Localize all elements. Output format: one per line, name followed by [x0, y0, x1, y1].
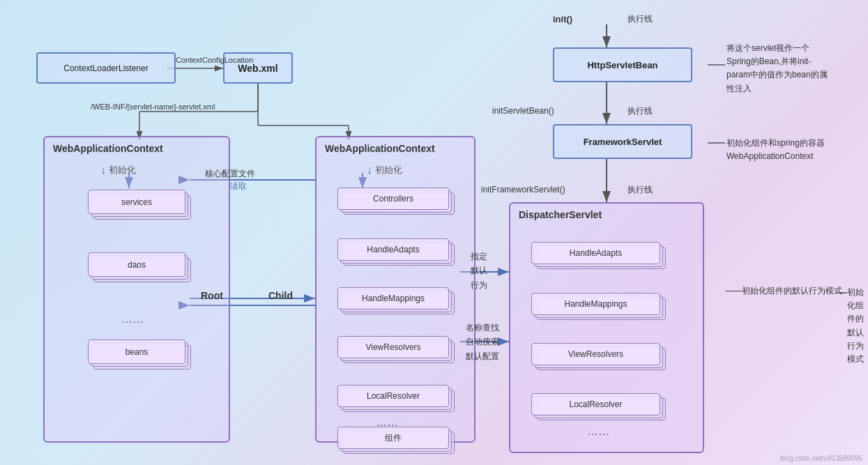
core-config-label: 核心配置文件	[205, 167, 255, 180]
http-servlet-bean-box: HttpServletBean	[553, 47, 692, 82]
http-servlet-bean-label: HttpServletBean	[587, 60, 657, 70]
left-wac-title: WebApplicationContext	[53, 143, 163, 154]
framework-servlet-label: FrameworkServlet	[584, 137, 662, 147]
webinf-path-label: /WEB-INF/[servlet-name]-servlet.xml	[91, 101, 215, 113]
framework-servlet-note: 初始化组件和spring的容器WebApplicationContext	[726, 137, 859, 163]
context-loader-listener-label: ContextLoaderListener	[63, 63, 148, 73]
right-handle-adapts-card: HandleAdapts	[531, 242, 664, 266]
init-label: init()	[553, 13, 572, 26]
middle-view-resolvers-card: ViewResolvers	[337, 336, 452, 360]
beans-card: beans	[88, 340, 189, 366]
middle-component-card: 组件	[337, 427, 452, 451]
http-servlet-bean-note: 将这个servlet视作一个Spring的Bean,并将init-param中的…	[726, 42, 859, 96]
child-label: Child	[268, 289, 293, 303]
init-framework-servlet-label: initFrameworkServlet()	[481, 183, 565, 196]
middle-handle-mappings-card: HandleMappings	[337, 287, 452, 312]
left-wac-init-label: 初始化	[109, 164, 136, 176]
specify-default-label: 指定默认行为	[471, 250, 487, 292]
read-label: 读取	[230, 180, 247, 192]
middle-wac-title: WebApplicationContext	[325, 143, 435, 154]
framework-servlet-box: FrameworkServlet	[553, 124, 692, 159]
dispatcher-servlet-title: DispatcherServlet	[519, 209, 602, 220]
exec-thread-3: 执行线	[627, 183, 653, 196]
watermark: blog.csdn.net/u913589095	[780, 455, 862, 462]
context-config-location-label: ContextConfigLocation	[176, 54, 253, 66]
exec-thread-2: 执行线	[627, 105, 653, 117]
exec-thread-1: 执行线	[627, 13, 653, 25]
middle-local-resolver-card: LocalResolver	[337, 385, 452, 409]
diagram-container: ContextLoaderListener Web.xml ContextCon…	[0, 0, 868, 465]
dispatcher-servlet-note: 初始化组件的默认行为模式	[847, 286, 867, 366]
daos-card: daos	[88, 252, 189, 279]
right-handle-mappings-card: HandleMappings	[531, 293, 664, 317]
root-label: Root	[201, 289, 223, 303]
middle-handle-adapts-card: HandleAdapts	[337, 238, 452, 263]
name-search-label: 名称查找自动搜索默认配置	[466, 321, 499, 363]
context-loader-listener-box: ContextLoaderListener	[36, 52, 176, 84]
middle-wac-container: WebApplicationContext ↓ 初始化 Controllers …	[315, 136, 475, 443]
right-view-resolvers-card: ViewResolvers	[531, 343, 664, 367]
right-dots: ……	[587, 425, 609, 438]
dispatcher-servlet-note2: ——初始化组件的默认行为模式	[725, 284, 851, 298]
services-card: services	[88, 190, 189, 216]
left-dots: ……	[121, 313, 144, 326]
controllers-card: Controllers	[337, 188, 452, 212]
dispatcher-servlet-container: DispatcherServlet HandleAdapts HandleMap…	[509, 202, 704, 453]
middle-wac-init-label: 初始化	[375, 164, 402, 176]
right-local-resolver-card: LocalResolver	[531, 393, 664, 418]
init-servlet-bean-label: initServletBean()	[492, 105, 554, 117]
